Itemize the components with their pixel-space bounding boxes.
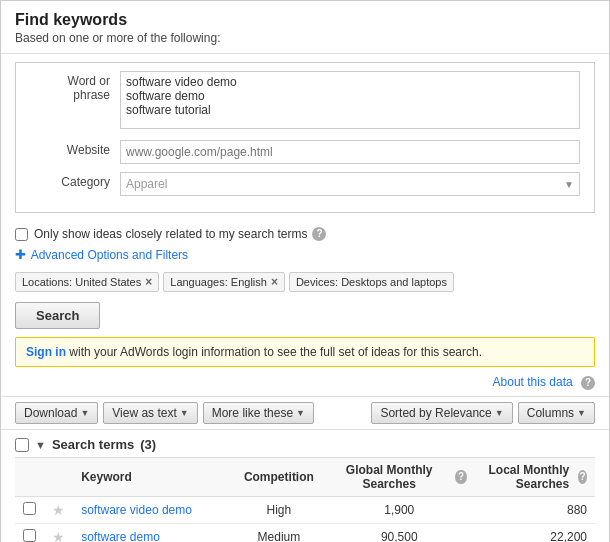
page-subtitle: Based on one or more of the following: (15, 31, 595, 45)
word-phrase-row: Word or phrase software video demo softw… (30, 71, 580, 132)
website-row: Website (30, 140, 580, 164)
local-help-icon[interactable]: ? (578, 470, 587, 484)
row-global-cell: 1,900 (324, 497, 475, 524)
filter-tags-container: Locations: United States × Languages: En… (1, 268, 609, 298)
table-header-row: Keyword Competition Global Monthly Searc… (15, 458, 595, 497)
about-link[interactable]: About this data (493, 375, 573, 389)
more-like-these-button[interactable]: More like these ▼ (203, 402, 314, 424)
columns-label: Columns (527, 406, 574, 420)
col-header-local: Local Monthly Searches ? (475, 458, 595, 497)
plus-icon: ✚ (15, 247, 26, 262)
signin-link[interactable]: Sign in (26, 345, 66, 359)
website-input[interactable] (120, 140, 580, 164)
sorted-by-button[interactable]: Sorted by Relevance ▼ (371, 402, 512, 424)
sorted-by-label: Sorted by Relevance (380, 406, 491, 420)
search-button[interactable]: Search (15, 302, 100, 329)
closely-related-label: Only show ideas closely related to my se… (34, 227, 307, 241)
columns-arrow-icon: ▼ (577, 408, 586, 418)
category-select[interactable]: Apparel (120, 172, 580, 196)
page-title: Find keywords (15, 11, 595, 29)
filter-tag-language: Languages: English × (163, 272, 285, 292)
results-table-container: ▼ Search terms (3) Keyword Competition (1, 430, 609, 542)
col-header-global: Global Monthly Searches ? (324, 458, 475, 497)
filter-tag-devices: Devices: Desktops and laptops (289, 272, 454, 292)
row-local-cell: 880 (475, 497, 595, 524)
about-row: About this data ? (1, 373, 609, 396)
website-input-wrapper (120, 140, 580, 164)
filter-tag-devices-label: Devices: Desktops and laptops (296, 276, 447, 288)
row-competition-cell: High (234, 497, 324, 524)
search-terms-header: ▼ Search terms (3) (15, 430, 595, 457)
table-row: ★ software demo Medium 90,500 22,200 (15, 524, 595, 543)
closely-related-help-icon[interactable]: ? (312, 227, 326, 241)
download-button[interactable]: Download ▼ (15, 402, 98, 424)
keyword-link[interactable]: software demo (81, 530, 160, 542)
closely-related-checkbox[interactable] (15, 228, 28, 241)
row-local-cell: 22,200 (475, 524, 595, 543)
row-checkbox-cell (15, 497, 44, 524)
columns-button[interactable]: Columns ▼ (518, 402, 595, 424)
signin-bar-text: with your AdWords login information to s… (66, 345, 482, 359)
filter-tag-location-label: Locations: United States (22, 276, 141, 288)
col-header-check (15, 458, 44, 497)
signin-bar: Sign in with your AdWords login informat… (15, 337, 595, 367)
keyword-form: Word or phrase software video demo softw… (15, 62, 595, 213)
results-toolbar: Download ▼ View as text ▼ More like thes… (1, 396, 609, 430)
row-keyword-cell: software demo (73, 524, 234, 543)
col-header-keyword: Keyword (73, 458, 234, 497)
more-like-these-arrow-icon: ▼ (296, 408, 305, 418)
search-button-row: Search (1, 298, 609, 337)
row-competition-cell: Medium (234, 524, 324, 543)
search-terms-count: (3) (140, 437, 156, 452)
global-help-icon[interactable]: ? (455, 470, 466, 484)
row-keyword-cell: software video demo (73, 497, 234, 524)
row-checkbox-cell (15, 524, 44, 543)
category-input-wrapper: Apparel ▼ (120, 172, 580, 196)
word-phrase-textarea[interactable]: software video demo software demo softwa… (120, 71, 580, 129)
closely-related-row: Only show ideas closely related to my se… (1, 221, 609, 245)
category-select-wrapper: Apparel ▼ (120, 172, 580, 196)
word-phrase-input-wrapper: software video demo software demo softwa… (120, 71, 580, 132)
row-checkbox[interactable] (23, 502, 36, 515)
about-help-icon[interactable]: ? (581, 376, 595, 390)
category-label: Category (30, 172, 120, 189)
filter-tag-location: Locations: United States × (15, 272, 159, 292)
page-header: Find keywords Based on one or more of th… (1, 1, 609, 54)
view-as-text-label: View as text (112, 406, 176, 420)
select-all-checkbox[interactable] (15, 438, 29, 452)
website-label: Website (30, 140, 120, 157)
star-icon[interactable]: ★ (52, 529, 65, 542)
results-table: Keyword Competition Global Monthly Searc… (15, 457, 595, 542)
table-row: ★ software video demo High 1,900 880 (15, 497, 595, 524)
advanced-options-label: Advanced Options and Filters (31, 248, 188, 262)
row-star-cell: ★ (44, 497, 73, 524)
row-star-cell: ★ (44, 524, 73, 543)
col-header-competition: Competition (234, 458, 324, 497)
toolbar-right: Sorted by Relevance ▼ Columns ▼ (371, 402, 595, 424)
advanced-options-row: ✚ Advanced Options and Filters (1, 245, 609, 268)
sorted-by-arrow-icon: ▼ (495, 408, 504, 418)
col-header-star (44, 458, 73, 497)
download-label: Download (24, 406, 77, 420)
word-phrase-label: Word or phrase (30, 71, 120, 102)
filter-tag-language-remove[interactable]: × (271, 275, 278, 289)
main-container: Find keywords Based on one or more of th… (0, 0, 610, 542)
download-arrow-icon: ▼ (80, 408, 89, 418)
row-checkbox[interactable] (23, 529, 36, 542)
view-as-text-arrow-icon: ▼ (180, 408, 189, 418)
search-terms-label: Search terms (52, 437, 134, 452)
expand-icon[interactable]: ▼ (35, 439, 46, 451)
more-like-these-label: More like these (212, 406, 293, 420)
view-as-text-button[interactable]: View as text ▼ (103, 402, 197, 424)
advanced-options-link[interactable]: ✚ Advanced Options and Filters (15, 248, 188, 262)
filter-tag-location-remove[interactable]: × (145, 275, 152, 289)
category-row: Category Apparel ▼ (30, 172, 580, 196)
row-global-cell: 90,500 (324, 524, 475, 543)
filter-tag-language-label: Languages: English (170, 276, 267, 288)
keyword-link[interactable]: software video demo (81, 503, 192, 517)
star-icon[interactable]: ★ (52, 502, 65, 518)
